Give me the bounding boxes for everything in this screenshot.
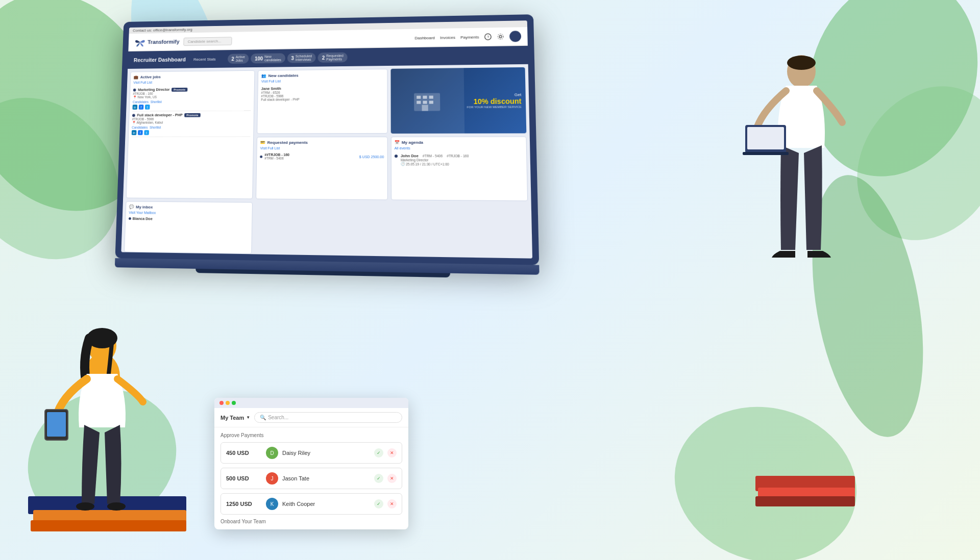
woman-figure [31,295,174,519]
nav-links: Dashboard Invoices Payments ? [414,31,521,43]
payment-row-3-reject-btn[interactable]: ✕ [387,499,397,508]
linkedin-icon-2[interactable]: in [132,130,137,135]
ad-text: Get 10% discount FOR YOUR NEW MEMBER SER… [467,92,522,109]
svg-rect-13 [417,96,421,99]
stats-pills: 2 ActiveJobs 100 Newcandidates 3 Schedul… [227,53,347,64]
svg-rect-19 [422,105,428,111]
job-item-2: Full stack developer - PHP Promote #TRJO… [132,111,251,137]
books-right [755,468,857,509]
payment-row-1-name: Daisy Riley [282,450,370,456]
help-icon[interactable]: ? [484,33,492,40]
job-2-social: in f t [132,130,251,135]
twitter-icon[interactable]: t [145,105,150,110]
man-figure [735,31,868,275]
svg-rect-16 [417,101,421,104]
onboard-label: Onboard Your Team [220,519,402,524]
new-candidates-visit-link[interactable]: Visit Full List [261,79,384,83]
payment-row-1-reject-btn[interactable]: ✕ [387,448,397,457]
settings-icon[interactable] [497,33,504,40]
laptop-screen-container: Contact us: office@transformify.org Tran… [114,14,540,287]
svg-point-26 [107,502,126,511]
svg-rect-18 [429,101,433,104]
location-icon-2: 📍 [132,121,136,124]
candidate-item-1: Jane Smith #TRM - 6526 #TRJOB - 5986 Ful… [261,84,384,103]
svg-rect-30 [747,127,784,149]
stat-interviews-number: 3 [291,55,294,61]
stat-active-jobs-number: 2 [231,56,234,62]
facebook-icon-2[interactable]: f [138,130,143,135]
twitter-icon-2[interactable]: t [144,130,149,135]
dashboard-content: 💼 Active jobs Visit Full List Marketing … [121,64,532,259]
job-2-promote-btn[interactable]: Promote [184,113,200,117]
panel-content: Approve Payments 450 USD D Daisy Riley ✓… [214,427,408,529]
panel-search-box[interactable]: 🔍 Search... [254,412,402,423]
agenda-1-trjob: #TRJOB - 160 [447,155,469,158]
payment-1-dot [260,156,263,158]
panel-team-label: My Team ▼ [220,415,250,421]
job-2-shortlist-link[interactable]: Shortlist [150,125,161,129]
job-1-promote-btn[interactable]: Promote [172,87,187,91]
chevron-down-icon: ▼ [246,415,250,420]
stat-interviews-label: ScheduledInterviews [296,54,312,61]
job-1-candidates-link[interactable]: Candidates [133,100,149,104]
search-icon: 🔍 [260,415,266,420]
requested-payments-visit-link[interactable]: Visit Full List [260,146,384,150]
nav-payments[interactable]: Payments [460,35,479,39]
stat-active-jobs: 2 ActiveJobs [227,54,249,64]
my-inbox-title: 💬 My inbox [129,205,250,210]
clock-icon: 🕐 [401,162,405,166]
inbox-item-1: Bianca Doe [129,216,249,222]
ad-banner[interactable]: Get 10% discount FOR YOUR NEW MEMBER SER… [390,67,526,134]
job-2-actions: Candidates Shortlist [132,125,251,130]
job-2-candidates-link[interactable]: Candidates [132,125,148,129]
my-inbox-card: 💬 My inbox Visit Your Mailbox Bianca Doe [124,201,253,254]
payment-row-3-name: Keith Cooper [282,501,370,507]
stat-payments-label: RequestedPayments [326,54,343,61]
svg-rect-34 [31,520,186,531]
svg-rect-31 [743,152,789,155]
new-candidates-card: 👥 New candidates Visit Full List Jane Sm… [257,69,387,134]
svg-rect-14 [423,96,427,99]
nav-invoices[interactable]: Invoices [440,35,455,40]
payment-row-1-avatar: D [266,447,278,459]
contact-text: Contact us: office@transformify.org [133,28,192,33]
payment-item-1: ##TRJOB - 160 #TRM - 5406 $ USD 2500.00 [260,152,384,161]
nav-dashboard[interactable]: Dashboard [414,35,435,40]
payment-row-1-amount: 450 USD [226,450,262,456]
agenda-1-time: 🕐 25.05.19 / 21:30 / UTC+1:00 [401,162,469,166]
payment-row-2: 500 USD J Jason Tate ✓ ✕ [220,468,402,489]
candidate-search-input[interactable]: Candidate search... [183,37,232,46]
job-1-dot [133,88,136,91]
panel-header: My Team ▼ 🔍 Search... [214,408,408,427]
job-1-shortlist-link[interactable]: Shortlist [151,100,162,104]
my-agenda-all-events-link[interactable]: All events [395,146,523,150]
laptop-screen: Contact us: office@transformify.org Tran… [121,20,532,259]
payment-icon: 💳 [260,141,265,145]
active-jobs-card: 💼 Active jobs Visit Full List Marketing … [126,70,255,199]
payment-row-2-approve-btn[interactable]: ✓ [374,474,383,483]
logo-area: Transformify [134,36,180,48]
active-jobs-visit-link[interactable]: Visit Full List [133,80,251,84]
my-inbox-visit-link[interactable]: Visit Your Mailbox [129,211,249,215]
dashboard-title: Recruiter Dashboard [134,57,186,63]
approve-payments-label: Approve Payments [220,432,402,438]
svg-rect-37 [755,496,855,506]
svg-rect-24 [47,412,66,437]
window-dot-yellow [226,401,230,405]
payment-row-3-approve-btn[interactable]: ✓ [374,499,383,508]
active-jobs-title: 💼 Active jobs [134,74,252,80]
payment-row-3-avatar: K [266,498,278,510]
my-agenda-card: 📅 My agenda All events John Doe #TRM - 5… [390,137,528,201]
payment-row-1-approve-btn[interactable]: ✓ [374,448,383,457]
stat-payments-number: 2 [322,55,325,61]
ad-subtext: FOR YOUR NEW MEMBER SERVICE [467,105,522,109]
user-avatar[interactable] [509,31,521,42]
laptop-border: Contact us: office@transformify.org Tran… [115,14,539,265]
linkedin-icon[interactable]: in [133,105,138,110]
job-1-actions: Candidates Shortlist [133,99,251,104]
job-item-1: Marketing Director Promote #TRJOB - 160 … [132,85,251,112]
candidates-icon: 👥 [261,73,266,78]
facebook-icon[interactable]: f [139,105,144,110]
payment-row-2-reject-btn[interactable]: ✕ [387,474,397,483]
ad-discount-text: 10% discount [467,97,521,106]
